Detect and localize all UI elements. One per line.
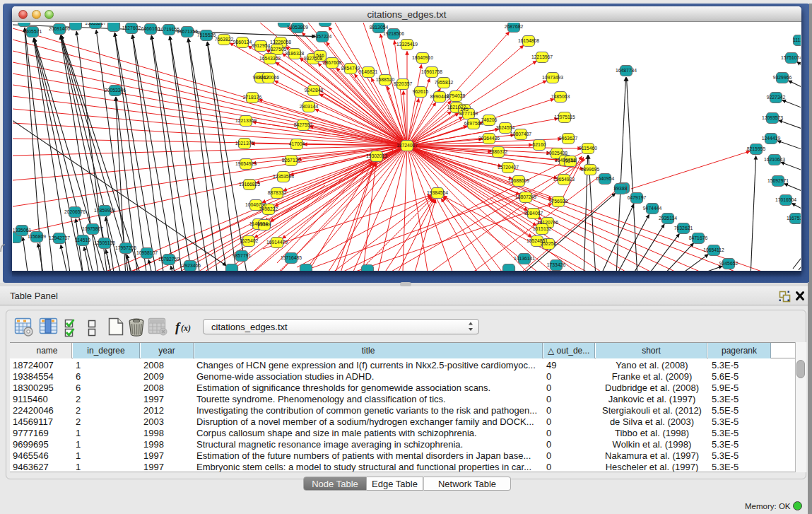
svg-text:f: f — [175, 320, 181, 334]
svg-text:(x): (x) — [181, 323, 191, 333]
